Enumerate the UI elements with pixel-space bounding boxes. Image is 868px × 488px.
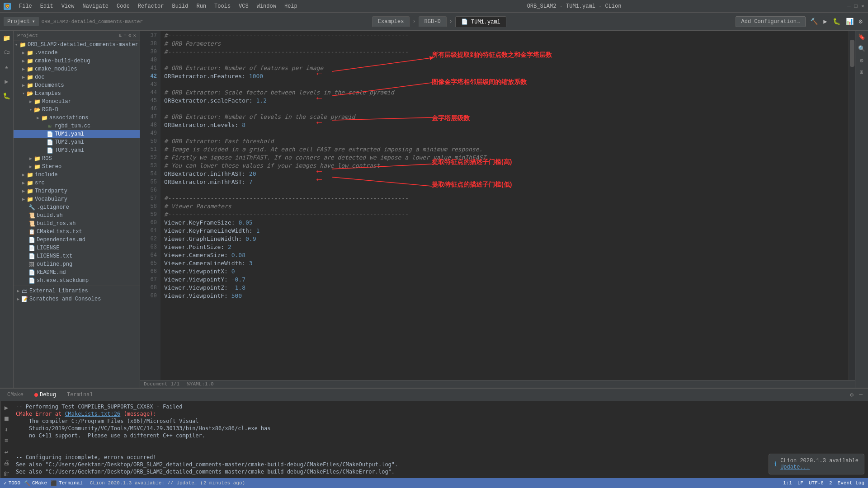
debug-sidebar-icon[interactable]: 🐛 — [1, 90, 12, 101]
examples-folder-icon: 📂 — [26, 90, 33, 97]
sidebar-item-include[interactable]: ▶ 📁 include — [14, 171, 140, 179]
scroll-bottom-icon[interactable]: ⬇ — [4, 425, 9, 435]
event-log[interactable]: Event Log — [838, 480, 864, 486]
filter-icon[interactable]: ≡ — [4, 436, 9, 446]
code-line-63: Viewer.PointSize: 2 — [164, 243, 845, 251]
cmakelists-link[interactable]: CMakeLists.txt:26 — [65, 411, 120, 417]
tab-terminal[interactable]: Terminal — [63, 391, 97, 399]
sidebar-close-icon[interactable]: ✕ — [133, 33, 136, 38]
menu-help[interactable]: Help — [281, 2, 301, 10]
sidebar-collapse-icon[interactable]: ≡ — [123, 33, 127, 38]
project-icon[interactable]: 📁 — [1, 33, 12, 43]
breadcrumb-tum1[interactable]: 📄 TUM1.yaml — [455, 16, 506, 27]
structure-icon[interactable]: 🗂 — [1, 47, 12, 58]
sidebar-item-build-ros[interactable]: ▶ 📜 build_ros.sh — [14, 220, 140, 228]
sidebar-item-associations[interactable]: ▶ 📁 associations — [14, 114, 140, 122]
readme-icon: 📄 — [28, 269, 35, 276]
menu-window[interactable]: Window — [253, 2, 280, 10]
close-btn[interactable]: ✕ — [861, 3, 864, 9]
coverage-button[interactable]: 📊 — [844, 17, 855, 26]
root-label: ORB_SLAM2·detailed_comments·master C:\Us… — [28, 42, 140, 48]
stop-icon[interactable]: ⏹ — [2, 414, 10, 423]
sidebar: Project ⇅ ≡ ⚙ ✕ ▾ 📁 ORB_SLAM2·detailed_c… — [14, 31, 140, 388]
sidebar-item-cmake-build[interactable]: ▶ 📁 cmake-build-debug — [14, 57, 140, 65]
sidebar-item-rgbd[interactable]: ▾ 📂 RGB-D — [14, 106, 140, 114]
project-selector[interactable]: Project ▾ — [4, 17, 39, 26]
debug-run-button[interactable]: 🐛 — [831, 17, 842, 26]
tree-root[interactable]: ▾ 📁 ORB_SLAM2·detailed_comments·master C… — [14, 41, 140, 49]
sidebar-item-documents[interactable]: ▶ 📁 Documents — [14, 81, 140, 89]
menu-build[interactable]: Build — [168, 2, 192, 10]
editor-scrollbar[interactable] — [849, 31, 855, 380]
right-icon-expand[interactable]: ⊞ — [858, 68, 865, 77]
sidebar-item-src[interactable]: ▶ 📁 src — [14, 179, 140, 187]
menu-navigate[interactable]: Navigate — [79, 2, 112, 10]
sidebar-item-tum3[interactable]: ▶ 📄 TUM3.yaml — [14, 146, 140, 155]
menu-tools[interactable]: Tools — [211, 2, 234, 10]
sidebar-item-cmake-modules[interactable]: ▶ 📁 cmake_modules — [14, 65, 140, 73]
breadcrumb-examples[interactable]: Examples — [372, 16, 410, 27]
notification-update-link[interactable]: Update... — [780, 464, 810, 470]
sidebar-item-outline[interactable]: ▶ 🖼 outline.png — [14, 260, 140, 268]
menu-file[interactable]: File — [15, 2, 36, 10]
sidebar-item-dependencies[interactable]: ▶ 📄 Dependencies.md — [14, 236, 140, 244]
sidebar-item-thirdparty[interactable]: ▶ 📁 Thirdparty — [14, 187, 140, 195]
sidebar-item-rgbd-tum[interactable]: ▶ ⊞ rgbd_tum.cc — [14, 122, 140, 130]
sidebar-item-readme[interactable]: ▶ 📄 README.md — [14, 268, 140, 277]
menu-refactor[interactable]: Refactor — [134, 2, 168, 10]
sidebar-item-examples[interactable]: ▾ 📂 Examples — [14, 89, 140, 98]
right-icon-settings[interactable]: ⚙ — [858, 56, 865, 65]
menu-code[interactable]: Code — [113, 2, 133, 10]
run-button[interactable]: ▶ — [821, 17, 829, 26]
run-sidebar-icon[interactable]: ▶ — [1, 76, 12, 87]
play-icon[interactable]: ▶ — [4, 403, 9, 413]
breadcrumb-rgbd[interactable]: RGB-D — [419, 16, 447, 27]
sidebar-item-monocular[interactable]: ▶ 📁 Monocular — [14, 98, 140, 106]
menu-vcs[interactable]: VCS — [235, 2, 252, 10]
sidebar-item-build-sh[interactable]: ▶ 📜 build.sh — [14, 211, 140, 220]
sidebar-item-vocabulary[interactable]: ▶ 📁 Vocabulary — [14, 195, 140, 203]
code-editor[interactable]: #---------------------------------------… — [160, 31, 849, 300]
sidebar-item-stereo[interactable]: ▶ 📁 Stereo — [14, 163, 140, 171]
sidebar-sync-icon[interactable]: ⇅ — [119, 33, 122, 38]
sidebar-item-vscode[interactable]: ▶ 📁 .vscode — [14, 49, 140, 57]
sidebar-item-tum2[interactable]: ▶ 📄 TUM2.yaml — [14, 138, 140, 146]
sidebar-item-cmakelists[interactable]: ▶ 📋 CMakeLists.txt — [14, 228, 140, 236]
cmake-status-tab[interactable]: 🔨 CMake — [24, 480, 47, 486]
tum2-file-icon: 📄 — [46, 139, 53, 146]
code-line-58: # Viewer Parameters — [164, 202, 845, 211]
build-button[interactable]: 🔨 — [808, 17, 820, 26]
sidebar-item-ros[interactable]: ▶ 📁 ROS — [14, 155, 140, 163]
favorites-icon[interactable]: ★ — [1, 61, 12, 72]
sidebar-item-scratches[interactable]: ▶ 📝 Scratches and Consoles — [14, 295, 140, 303]
settings-bottom-icon[interactable]: ⚙ — [848, 390, 855, 399]
code-line-53: # You can lower these values if your ima… — [164, 162, 845, 170]
tab-debug[interactable]: Debug — [31, 391, 60, 399]
sidebar-item-external-libraries[interactable]: ▶ 🗃 External Libraries — [14, 287, 140, 295]
print-icon[interactable]: 🖨 — [2, 459, 10, 468]
sidebar-item-license-txt[interactable]: ▶ 📄 LICENSE.txt — [14, 252, 140, 260]
sidebar-item-tum1[interactable]: ▶ 📄 TUM1.yaml — [14, 130, 140, 138]
terminal-status-tab[interactable]: ⬛ Terminal — [51, 480, 83, 486]
line-numbers: 37 38 39 40 41 42 43 44 45 46 47 48 49 5… — [140, 31, 160, 380]
sidebar-item-gitignore[interactable]: ▶ 🔧 .gitignore — [14, 203, 140, 211]
right-icon-bookmark[interactable]: 🔖 — [856, 33, 867, 42]
minimize-bottom-icon[interactable]: ─ — [857, 390, 864, 399]
todo-tab[interactable]: ✓ TODO — [4, 480, 20, 486]
sidebar-item-doc[interactable]: ▶ 📁 doc — [14, 73, 140, 81]
menu-view[interactable]: View — [58, 2, 78, 10]
tab-cmake[interactable]: CMake — [4, 391, 27, 399]
maximize-btn[interactable]: □ — [854, 3, 858, 9]
sidebar-item-license[interactable]: ▶ 📄 LICENSE — [14, 244, 140, 252]
sidebar-settings-icon[interactable]: ⚙ — [128, 33, 132, 38]
wrap-icon[interactable]: ↩ — [4, 447, 9, 457]
menu-run[interactable]: Run — [193, 2, 210, 10]
trash-icon[interactable]: 🗑 — [2, 469, 10, 478]
minimize-btn[interactable]: ─ — [847, 3, 850, 9]
sidebar-item-stackdump[interactable]: ▶ 📄 sh.exe.stackdump — [14, 277, 140, 285]
settings-button[interactable]: ⚙ — [857, 17, 864, 26]
right-icon-search[interactable]: 🔍 — [856, 44, 867, 53]
app-title: ORB_SLAM2 - TUM1.yaml - CLion — [301, 3, 848, 9]
add-configuration-button[interactable]: Add Configuration… — [736, 16, 806, 27]
menu-edit[interactable]: Edit — [37, 2, 57, 10]
